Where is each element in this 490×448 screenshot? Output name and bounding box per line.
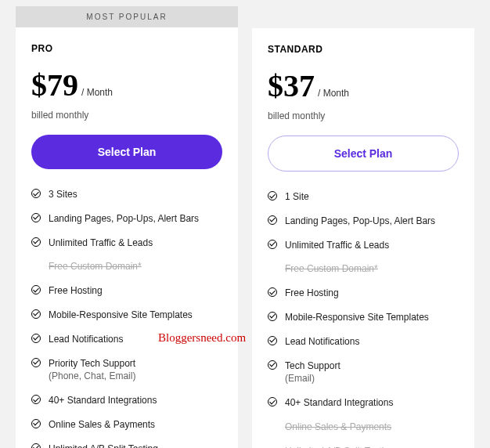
feature-item: Unlimited A/B Split Testing — [268, 445, 459, 448]
feature-item: Mobile-Responsive Site Templates — [268, 311, 459, 324]
feature-item: Online Sales & Payments — [268, 421, 459, 434]
check-icon — [268, 336, 277, 345]
feature-label: Tech Support — [285, 359, 340, 373]
feature-item: Free Hosting — [268, 287, 459, 300]
feature-item: Unlimited Traffic & Leads — [31, 237, 222, 250]
plan-name: PRO — [31, 43, 222, 54]
feature-label: 1 Site — [285, 190, 309, 204]
check-icon — [268, 312, 277, 321]
feature-list: 3 SitesLanding Pages, Pop-Ups, Alert Bar… — [31, 188, 222, 448]
feature-label: Free Custom Domain* — [285, 262, 378, 276]
feature-item: Lead Notifications — [31, 333, 222, 346]
feature-item: 3 Sites — [31, 188, 222, 201]
plan-period: / Month — [318, 88, 349, 99]
check-icon — [31, 213, 41, 222]
check-icon — [31, 419, 41, 428]
feature-item: Mobile-Responsive Site Templates — [31, 309, 222, 322]
check-icon — [268, 191, 277, 201]
feature-item: Landing Pages, Pop-Ups, Alert Bars — [31, 212, 222, 226]
plan-price: $37 — [268, 67, 315, 104]
check-icon — [31, 237, 41, 247]
feature-label: Mobile-Responsive Site Templates — [49, 309, 193, 322]
feature-label: Landing Pages, Pop-Ups, Alert Bars — [49, 212, 199, 226]
feature-item: Tech Support(Email) — [268, 359, 459, 386]
check-icon — [31, 334, 41, 343]
feature-label: Free Custom Domain* — [49, 260, 142, 273]
feature-item: Online Sales & Payments — [31, 418, 222, 432]
feature-label: Free Hosting — [49, 284, 103, 298]
select-plan-button[interactable]: Select Plan — [268, 135, 459, 172]
feature-sublabel: (Email) — [285, 372, 340, 385]
billing-note: billed monthly — [268, 110, 459, 121]
check-icon — [31, 395, 41, 404]
feature-label: Lead Notifications — [285, 335, 359, 349]
check-icon — [268, 215, 277, 225]
feature-item: Landing Pages, Pop-Ups, Alert Bars — [268, 215, 459, 228]
feature-label: Landing Pages, Pop-Ups, Alert Bars — [285, 215, 435, 228]
feature-item: Free Custom Domain* — [268, 262, 459, 276]
feature-label: Mobile-Responsive Site Templates — [285, 311, 429, 324]
feature-label: Free Hosting — [285, 287, 339, 300]
check-icon — [268, 360, 277, 370]
check-icon — [31, 358, 41, 367]
check-icon — [268, 287, 277, 297]
check-icon — [31, 189, 41, 198]
feature-item: 40+ Standard Integrations — [31, 394, 222, 407]
check-icon — [31, 443, 41, 448]
feature-label: Unlimited A/B Split Testing — [285, 445, 395, 448]
feature-label: Lead Notifications — [49, 333, 123, 346]
check-icon — [31, 285, 41, 294]
plan-name: STANDARD — [268, 44, 459, 55]
check-icon — [268, 240, 277, 249]
feature-item: Unlimited A/B Split Testing — [31, 443, 222, 448]
feature-label: Online Sales & Payments — [285, 421, 391, 434]
most-popular-badge: MOST POPULAR — [16, 6, 238, 27]
standard-plan-card: STANDARD $37 / Month billed monthly Sele… — [252, 28, 474, 448]
feature-label: Online Sales & Payments — [49, 418, 155, 432]
plan-price: $79 — [31, 67, 78, 103]
feature-item: 1 Site — [268, 190, 459, 204]
feature-label: Unlimited Traffic & Leads — [285, 239, 389, 252]
feature-label: Priority Tech Support — [49, 357, 135, 370]
check-icon — [31, 309, 41, 319]
feature-label: Unlimited Traffic & Leads — [49, 237, 153, 250]
feature-label: 3 Sites — [49, 188, 77, 201]
feature-item: Unlimited Traffic & Leads — [268, 239, 459, 252]
feature-sublabel: (Phone, Chat, Email) — [49, 370, 135, 383]
select-plan-button[interactable]: Select Plan — [31, 135, 222, 169]
feature-item: 40+ Standard Integrations — [268, 396, 459, 410]
feature-label: 40+ Standard Integrations — [49, 394, 157, 407]
billing-note: billed monthly — [31, 110, 222, 121]
plan-period: / Month — [81, 87, 113, 98]
feature-item: Free Custom Domain* — [31, 260, 222, 273]
check-icon — [268, 397, 277, 406]
feature-item: Free Hosting — [31, 284, 222, 298]
pro-plan-card: PRO $79 / Month billed monthly Select Pl… — [16, 27, 238, 448]
feature-label: Unlimited A/B Split Testing — [49, 443, 158, 448]
feature-list: 1 SiteLanding Pages, Pop-Ups, Alert Bars… — [268, 190, 459, 448]
feature-item: Lead Notifications — [268, 335, 459, 349]
feature-item: Priority Tech Support(Phone, Chat, Email… — [31, 357, 222, 384]
feature-label: 40+ Standard Integrations — [285, 396, 393, 410]
